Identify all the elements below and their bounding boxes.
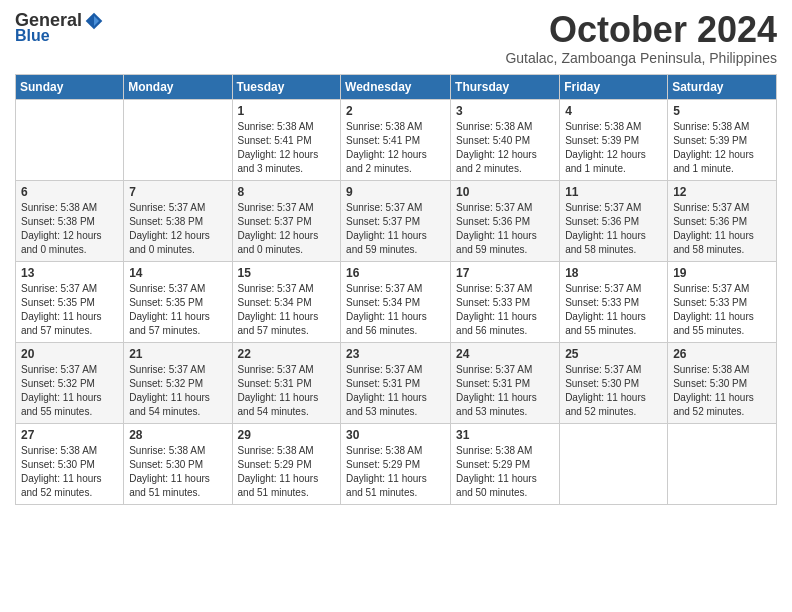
day-info: Sunrise: 5:38 AM Sunset: 5:29 PM Dayligh… [346, 444, 445, 500]
calendar-week-row: 13Sunrise: 5:37 AM Sunset: 5:35 PM Dayli… [16, 261, 777, 342]
calendar-cell: 16Sunrise: 5:37 AM Sunset: 5:34 PM Dayli… [341, 261, 451, 342]
day-info: Sunrise: 5:38 AM Sunset: 5:41 PM Dayligh… [346, 120, 445, 176]
calendar-cell: 19Sunrise: 5:37 AM Sunset: 5:33 PM Dayli… [668, 261, 777, 342]
day-number: 2 [346, 104, 445, 118]
day-number: 28 [129, 428, 226, 442]
day-number: 13 [21, 266, 118, 280]
day-info: Sunrise: 5:37 AM Sunset: 5:32 PM Dayligh… [21, 363, 118, 419]
day-info: Sunrise: 5:37 AM Sunset: 5:30 PM Dayligh… [565, 363, 662, 419]
day-info: Sunrise: 5:38 AM Sunset: 5:41 PM Dayligh… [238, 120, 336, 176]
calendar-cell [668, 423, 777, 504]
calendar-cell: 4Sunrise: 5:38 AM Sunset: 5:39 PM Daylig… [560, 99, 668, 180]
location: Gutalac, Zamboanga Peninsula, Philippine… [505, 50, 777, 66]
calendar-header-row: SundayMondayTuesdayWednesdayThursdayFrid… [16, 74, 777, 99]
day-info: Sunrise: 5:38 AM Sunset: 5:38 PM Dayligh… [21, 201, 118, 257]
calendar-cell: 15Sunrise: 5:37 AM Sunset: 5:34 PM Dayli… [232, 261, 341, 342]
day-info: Sunrise: 5:37 AM Sunset: 5:34 PM Dayligh… [238, 282, 336, 338]
calendar-cell: 18Sunrise: 5:37 AM Sunset: 5:33 PM Dayli… [560, 261, 668, 342]
calendar-cell: 5Sunrise: 5:38 AM Sunset: 5:39 PM Daylig… [668, 99, 777, 180]
day-number: 3 [456, 104, 554, 118]
day-number: 8 [238, 185, 336, 199]
calendar-cell: 6Sunrise: 5:38 AM Sunset: 5:38 PM Daylig… [16, 180, 124, 261]
logo: General Blue [15, 10, 104, 45]
day-number: 18 [565, 266, 662, 280]
calendar-week-row: 20Sunrise: 5:37 AM Sunset: 5:32 PM Dayli… [16, 342, 777, 423]
calendar-week-row: 27Sunrise: 5:38 AM Sunset: 5:30 PM Dayli… [16, 423, 777, 504]
calendar-cell: 13Sunrise: 5:37 AM Sunset: 5:35 PM Dayli… [16, 261, 124, 342]
calendar-cell: 28Sunrise: 5:38 AM Sunset: 5:30 PM Dayli… [124, 423, 232, 504]
day-info: Sunrise: 5:38 AM Sunset: 5:29 PM Dayligh… [456, 444, 554, 500]
day-number: 9 [346, 185, 445, 199]
day-info: Sunrise: 5:37 AM Sunset: 5:35 PM Dayligh… [21, 282, 118, 338]
calendar-cell: 12Sunrise: 5:37 AM Sunset: 5:36 PM Dayli… [668, 180, 777, 261]
calendar-cell: 11Sunrise: 5:37 AM Sunset: 5:36 PM Dayli… [560, 180, 668, 261]
calendar-cell [16, 99, 124, 180]
day-number: 14 [129, 266, 226, 280]
calendar-cell: 27Sunrise: 5:38 AM Sunset: 5:30 PM Dayli… [16, 423, 124, 504]
day-info: Sunrise: 5:37 AM Sunset: 5:31 PM Dayligh… [456, 363, 554, 419]
day-number: 15 [238, 266, 336, 280]
weekday-header-sunday: Sunday [16, 74, 124, 99]
calendar-cell: 20Sunrise: 5:37 AM Sunset: 5:32 PM Dayli… [16, 342, 124, 423]
day-number: 12 [673, 185, 771, 199]
day-info: Sunrise: 5:37 AM Sunset: 5:36 PM Dayligh… [456, 201, 554, 257]
page-header: General Blue October 2024 Gutalac, Zambo… [15, 10, 777, 66]
weekday-header-monday: Monday [124, 74, 232, 99]
calendar-cell: 14Sunrise: 5:37 AM Sunset: 5:35 PM Dayli… [124, 261, 232, 342]
day-number: 29 [238, 428, 336, 442]
day-info: Sunrise: 5:38 AM Sunset: 5:39 PM Dayligh… [673, 120, 771, 176]
day-info: Sunrise: 5:37 AM Sunset: 5:36 PM Dayligh… [565, 201, 662, 257]
day-info: Sunrise: 5:37 AM Sunset: 5:31 PM Dayligh… [346, 363, 445, 419]
day-number: 10 [456, 185, 554, 199]
day-number: 1 [238, 104, 336, 118]
day-info: Sunrise: 5:38 AM Sunset: 5:30 PM Dayligh… [129, 444, 226, 500]
day-info: Sunrise: 5:37 AM Sunset: 5:31 PM Dayligh… [238, 363, 336, 419]
day-number: 7 [129, 185, 226, 199]
calendar-cell: 31Sunrise: 5:38 AM Sunset: 5:29 PM Dayli… [451, 423, 560, 504]
day-info: Sunrise: 5:37 AM Sunset: 5:38 PM Dayligh… [129, 201, 226, 257]
day-number: 6 [21, 185, 118, 199]
day-number: 30 [346, 428, 445, 442]
title-section: October 2024 Gutalac, Zamboanga Peninsul… [505, 10, 777, 66]
calendar-table: SundayMondayTuesdayWednesdayThursdayFrid… [15, 74, 777, 505]
day-info: Sunrise: 5:37 AM Sunset: 5:33 PM Dayligh… [565, 282, 662, 338]
day-number: 11 [565, 185, 662, 199]
day-number: 25 [565, 347, 662, 361]
month-title: October 2024 [505, 10, 777, 50]
calendar-week-row: 1Sunrise: 5:38 AM Sunset: 5:41 PM Daylig… [16, 99, 777, 180]
day-number: 26 [673, 347, 771, 361]
logo-blue-text: Blue [15, 27, 50, 45]
day-info: Sunrise: 5:38 AM Sunset: 5:39 PM Dayligh… [565, 120, 662, 176]
day-number: 20 [21, 347, 118, 361]
day-info: Sunrise: 5:37 AM Sunset: 5:34 PM Dayligh… [346, 282, 445, 338]
day-number: 21 [129, 347, 226, 361]
calendar-week-row: 6Sunrise: 5:38 AM Sunset: 5:38 PM Daylig… [16, 180, 777, 261]
weekday-header-wednesday: Wednesday [341, 74, 451, 99]
day-info: Sunrise: 5:37 AM Sunset: 5:32 PM Dayligh… [129, 363, 226, 419]
day-info: Sunrise: 5:38 AM Sunset: 5:40 PM Dayligh… [456, 120, 554, 176]
day-info: Sunrise: 5:38 AM Sunset: 5:30 PM Dayligh… [673, 363, 771, 419]
calendar-cell: 22Sunrise: 5:37 AM Sunset: 5:31 PM Dayli… [232, 342, 341, 423]
calendar-cell: 8Sunrise: 5:37 AM Sunset: 5:37 PM Daylig… [232, 180, 341, 261]
calendar-cell [124, 99, 232, 180]
calendar-cell: 9Sunrise: 5:37 AM Sunset: 5:37 PM Daylig… [341, 180, 451, 261]
weekday-header-saturday: Saturday [668, 74, 777, 99]
calendar-cell: 26Sunrise: 5:38 AM Sunset: 5:30 PM Dayli… [668, 342, 777, 423]
day-info: Sunrise: 5:38 AM Sunset: 5:30 PM Dayligh… [21, 444, 118, 500]
calendar-cell: 25Sunrise: 5:37 AM Sunset: 5:30 PM Dayli… [560, 342, 668, 423]
day-info: Sunrise: 5:37 AM Sunset: 5:37 PM Dayligh… [238, 201, 336, 257]
day-number: 23 [346, 347, 445, 361]
day-number: 27 [21, 428, 118, 442]
calendar-cell: 24Sunrise: 5:37 AM Sunset: 5:31 PM Dayli… [451, 342, 560, 423]
day-number: 5 [673, 104, 771, 118]
calendar-cell: 30Sunrise: 5:38 AM Sunset: 5:29 PM Dayli… [341, 423, 451, 504]
day-info: Sunrise: 5:37 AM Sunset: 5:36 PM Dayligh… [673, 201, 771, 257]
calendar-cell: 10Sunrise: 5:37 AM Sunset: 5:36 PM Dayli… [451, 180, 560, 261]
day-info: Sunrise: 5:37 AM Sunset: 5:33 PM Dayligh… [456, 282, 554, 338]
day-info: Sunrise: 5:37 AM Sunset: 5:37 PM Dayligh… [346, 201, 445, 257]
day-number: 4 [565, 104, 662, 118]
day-info: Sunrise: 5:38 AM Sunset: 5:29 PM Dayligh… [238, 444, 336, 500]
day-number: 31 [456, 428, 554, 442]
logo-icon [84, 11, 104, 31]
calendar-cell: 21Sunrise: 5:37 AM Sunset: 5:32 PM Dayli… [124, 342, 232, 423]
